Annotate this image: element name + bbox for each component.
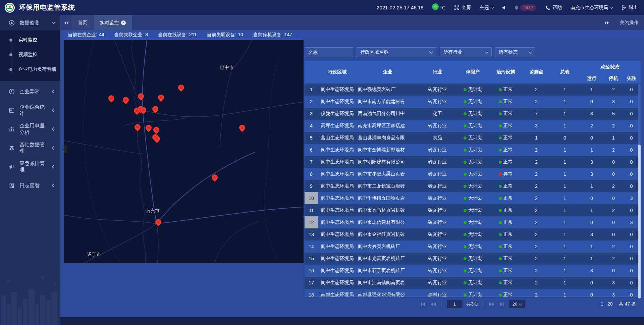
page-number-input[interactable]: 1 xyxy=(447,300,462,308)
table-row[interactable]: 13阆中生态环境局阆中市金福旺页岩机砖砖瓦行业无计划正常21300 xyxy=(305,228,641,240)
enterprise-table: 行政区域 企业 行业 停限产 治污设施 监测点 总表 点位状态 xyxy=(305,61,641,296)
sidebar-item-label: 日志查看 xyxy=(19,182,48,189)
cell-region: 营山生态环境局 xyxy=(318,132,357,144)
sidebar-item-company-abnormal[interactable]: 企业异常 xyxy=(0,84,60,100)
last-page-button[interactable] xyxy=(499,302,505,307)
table-row[interactable]: 4高坪生态环境局南充市高坪区王家店建砖瓦行业无计划正常31220 xyxy=(305,120,641,132)
first-page-button[interactable] xyxy=(420,302,426,307)
cell-limit-status: 无计划 xyxy=(456,144,490,156)
cell-meters: 1 xyxy=(551,253,579,265)
tabs-scroll-right-button[interactable] xyxy=(601,21,612,25)
status-select[interactable]: 所有状态 xyxy=(495,47,535,57)
status-text: 正常 xyxy=(503,123,513,129)
sidebar-item-company-stats[interactable]: 企业综合统计 xyxy=(0,102,60,118)
sidebar-item-base-data[interactable]: 基础数据管理 xyxy=(0,140,60,156)
bell-icon xyxy=(514,5,519,10)
double-right-icon xyxy=(604,21,609,25)
cell-meters: 1 xyxy=(551,180,579,192)
table-row[interactable]: 7阆中生态环境局阆中明阳建材有限公司砖瓦行业无计划正常21300 xyxy=(305,156,641,168)
table-row[interactable]: 15阆中生态环境局阆中市光富页岩机砖厂砖瓦行业无计划正常21120 xyxy=(305,253,641,265)
table-row[interactable]: 9阆中生态环境局阆中市二龙长宝页岩砖砖瓦行业无计划正常21120 xyxy=(305,180,641,192)
table-row[interactable]: 11阆中生态环境局阆中市五马桥页岩机砖砖瓦行业无计划正常21120 xyxy=(305,204,641,216)
notifications[interactable]: 2632 xyxy=(514,4,536,11)
table-row[interactable]: 1阆中生态环境局阆中强锐页岩砖厂砖瓦行业无计划正常21120 xyxy=(305,84,641,96)
table-row[interactable]: 18南部生态环境局南部县强化水泥有限公建材行业无计划正常21030 xyxy=(305,289,641,296)
table-row[interactable]: 10阆中生态环境局阆中千佛镇五郎垭页岩砖瓦行业无计划正常21003 xyxy=(305,192,641,204)
table-row[interactable]: 14阆中生态环境局阆中大兴页岩机砖厂砖瓦行业无计划正常21120 xyxy=(305,240,641,253)
status-dot-icon xyxy=(499,137,502,140)
cell-company: 阆中市光富页岩机砖厂 xyxy=(357,253,419,265)
sidebar-subitem-realtime-monitor[interactable]: 实时监控 xyxy=(0,33,60,47)
industry-select-value: 所有行业 xyxy=(443,49,483,55)
cell-industry: 砖瓦行业 xyxy=(419,228,456,240)
cell-meters: 1 xyxy=(551,156,579,168)
table-row[interactable]: 2阆中生态环境局阆中市南方节能建材有砖瓦行业无计划正常21030 xyxy=(305,96,641,108)
table-row[interactable]: 3仪陇生态环境局西南油气田分公司川中化工无计划正常71350 xyxy=(305,108,641,120)
tabs-scroll-left-button[interactable] xyxy=(60,15,72,30)
page-size-select[interactable]: 20 xyxy=(509,300,525,308)
table-row[interactable]: 16阆中生态环境局阆中市石子页岩机砖厂砖瓦行业无计划正常21300 xyxy=(305,265,641,277)
speaker-icon[interactable] xyxy=(502,6,505,10)
sidebar-subitem-video-monitor[interactable]: 视频监控 xyxy=(0,47,60,62)
theme-dropdown[interactable]: 主题 xyxy=(480,5,493,11)
sidebar-subitem-power-load-detail[interactable]: 企业电力负荷明细 xyxy=(0,62,60,77)
region-select[interactable]: 行政区域名称 xyxy=(357,47,436,57)
close-circle-icon[interactable] xyxy=(121,20,126,25)
cell-points: 3 xyxy=(522,120,551,132)
tab-home[interactable]: 首页 xyxy=(72,15,93,30)
close-operations-button[interactable]: 关闭操作 xyxy=(620,20,639,26)
help-button[interactable]: 帮助 xyxy=(545,5,562,11)
map-collapse-button[interactable] xyxy=(64,145,67,153)
fullscreen-button[interactable]: 全屏 xyxy=(454,5,471,11)
status-text: 正常 xyxy=(503,87,513,93)
cell-points: 2 xyxy=(522,265,551,277)
scrollbar-thumb[interactable] xyxy=(638,145,641,299)
status-dot-icon xyxy=(464,112,467,115)
cell-limit-status: 无计划 xyxy=(456,84,490,96)
name-search-field[interactable] xyxy=(305,47,353,57)
table-row[interactable]: 8阆中生态环境局阆中市枣碧大梁山页岩砖瓦行业无计划异常21300 xyxy=(305,168,641,180)
status-text: 正常 xyxy=(503,183,513,189)
sidebar-subitem-label: 企业电力负荷明细 xyxy=(18,66,56,72)
status-text: 无计划 xyxy=(468,147,482,153)
industry-select[interactable]: 所有行业 xyxy=(440,47,492,57)
table-row[interactable]: 12阆中生态环境局阆中市忠信建材有限公砖瓦行业无计划正常21003 xyxy=(305,216,641,228)
range-label: 1 - 20 xyxy=(601,301,613,307)
col-stop: 停机 xyxy=(605,73,622,84)
sidebar-item-data-monitor[interactable]: 数据监测 xyxy=(0,15,60,31)
table-row[interactable]: 17阆中生态环境局阆中市江南镇阆南页岩砖瓦行业无计划正常21030 xyxy=(305,277,641,289)
cell-limit-status: 无计划 xyxy=(456,228,490,240)
status-dot-icon xyxy=(499,185,502,188)
status-dot-icon xyxy=(464,293,467,296)
cell-industry: 砖瓦行业 xyxy=(419,168,456,180)
cell-stop: 2 xyxy=(605,144,622,156)
cell-industry: 砖瓦行业 xyxy=(419,180,456,192)
sidebar-item-power-analysis[interactable]: 企业用电量分析 xyxy=(0,121,60,137)
status-dot-icon xyxy=(499,112,502,115)
next-page-button[interactable] xyxy=(489,302,495,307)
cell-company: 阆中市枣碧大梁山页岩 xyxy=(357,168,419,180)
megaphone-icon xyxy=(9,164,15,170)
cell-meters: 1 xyxy=(551,144,579,156)
cell-industry: 化工 xyxy=(419,108,456,120)
logout-button[interactable]: 退出 xyxy=(621,5,638,11)
table-row[interactable]: 6阆中生态环境局阆中市金博瑞新型墙材砖瓦行业无计划正常21120 xyxy=(305,144,641,156)
cell-facility-status: 正常 xyxy=(490,204,522,216)
name-search-input[interactable] xyxy=(308,50,350,55)
map[interactable]: 巴中市南充市遂宁市 xyxy=(64,40,304,263)
prev-page-button[interactable] xyxy=(430,302,436,307)
sidebar-item-logs[interactable]: 日志查看 xyxy=(0,177,60,194)
status-text: 无计划 xyxy=(468,231,482,237)
cell-points: 1 xyxy=(522,132,551,144)
cell-company: 阆中市忠信建材有限公 xyxy=(357,216,419,228)
total-count-label: 共 47 条 xyxy=(619,301,636,307)
cell-stop: 3 xyxy=(605,277,622,289)
cell-limit-status: 无计划 xyxy=(456,216,490,228)
status-dot-icon xyxy=(464,124,467,127)
tab-realtime[interactable]: 实时监控 xyxy=(94,15,132,30)
sidebar-item-emergency[interactable]: 应急减排管理 xyxy=(0,159,60,175)
org-dropdown[interactable]: 南充市生态环境局 xyxy=(571,5,612,11)
chevron-down-icon xyxy=(519,302,523,305)
table-row[interactable]: 5营山生态环境局营山县润丰肉食品有限食品无计划正常10010 xyxy=(305,132,641,144)
status-dot-icon xyxy=(499,149,502,152)
